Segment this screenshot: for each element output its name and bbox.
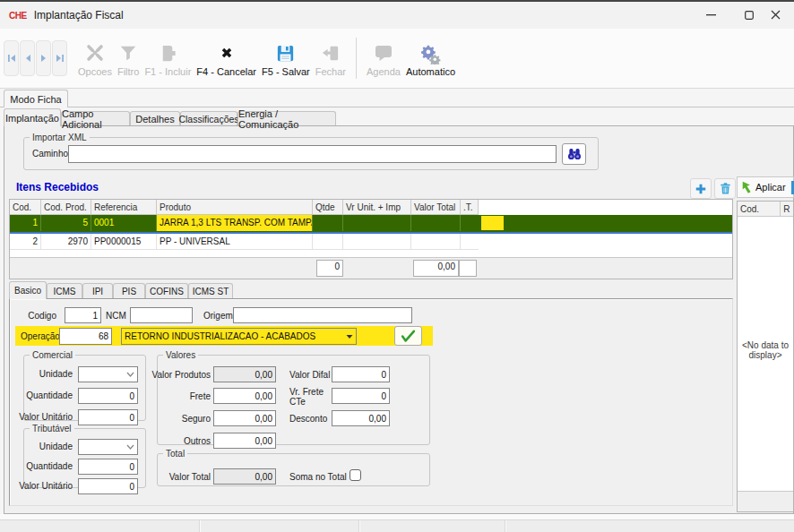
soma-no-total-checkbox[interactable]: [350, 469, 361, 481]
toolbar-button-automatico[interactable]: Automatico: [406, 33, 455, 83]
tab-energia-comunicacao[interactable]: Energia / Comunicação: [237, 111, 336, 125]
quantidade-tributavel-input[interactable]: [78, 459, 138, 475]
row-highlight-marker: [481, 216, 504, 230]
tab-icms-st[interactable]: ICMS ST: [188, 283, 233, 298]
tab-campo-adicional[interactable]: Campo Adicional: [61, 111, 130, 125]
col-header-cod[interactable]: Cod.: [738, 202, 781, 217]
cell-qtde: [313, 234, 343, 250]
cell-qtde: [313, 215, 343, 231]
footer-valor-total: 0,00: [413, 260, 459, 277]
quantidade-label: Quantidade: [17, 390, 73, 400]
confirm-operacao-button[interactable]: [394, 326, 422, 346]
cell-valor-total: [411, 234, 461, 250]
grid-header-row: Cod. R: [738, 202, 793, 217]
quantidade-input[interactable]: [78, 388, 138, 404]
unidade-select[interactable]: [78, 366, 138, 382]
nav-next-icon: [39, 54, 48, 63]
col-header-cod[interactable]: Cod.: [10, 200, 41, 215]
cell-vr-unit: [343, 215, 411, 231]
valor-unitario-label: Valor Unitário: [13, 412, 73, 422]
unidade-label: Unidade: [17, 369, 73, 379]
tab-pis[interactable]: PIS: [113, 283, 145, 298]
col-header-valor-total[interactable]: Valor Total: [411, 200, 461, 215]
desconto-input[interactable]: [332, 410, 390, 426]
nav-previous-icon: [23, 54, 32, 63]
nav-next-button[interactable]: [36, 40, 51, 76]
valor-unitario-tributavel-input[interactable]: [78, 478, 138, 494]
cell-vr-unit: [343, 234, 411, 250]
col-header-cod-prod[interactable]: Cod. Prod.: [41, 200, 91, 215]
tab-classificacoes[interactable]: Classificações: [180, 111, 237, 125]
add-item-button[interactable]: [690, 178, 712, 199]
tributavel-group: Tributável Unidade Quantidade Valor Unit…: [23, 424, 146, 488]
origem-input[interactable]: [233, 307, 412, 323]
trash-icon: [719, 182, 732, 195]
valor-difal-label: Valor Difal: [289, 370, 330, 380]
vr-frete-cte-input[interactable]: [332, 388, 390, 404]
unidade-label: Unidade: [17, 442, 73, 451]
tab-cofins[interactable]: COFINS: [145, 283, 188, 298]
tab-icms[interactable]: ICMS: [47, 283, 82, 298]
table-row-selected[interactable]: 1 5 0001 JARRA 1,3 LTS TRANSP. COM TAMPA…: [10, 215, 732, 234]
col-header-produto[interactable]: Produto: [157, 200, 313, 215]
valor-produtos-input: [213, 366, 276, 382]
close-button[interactable]: [757, 2, 794, 28]
record-navigator: [4, 40, 68, 76]
frete-input[interactable]: [213, 388, 276, 404]
nav-last-icon: [56, 54, 65, 63]
col-header-t[interactable]: .T.: [461, 200, 479, 215]
tab-implantacao[interactable]: Implantação: [4, 108, 61, 126]
nav-first-button[interactable]: [4, 40, 19, 76]
caminho-input[interactable]: [68, 145, 557, 163]
ncm-label: NCM: [106, 311, 126, 321]
browse-xml-button[interactable]: [562, 143, 586, 165]
chevron-down-icon: [346, 334, 353, 339]
quantidade-label: Quantidade: [17, 461, 73, 471]
col-header-vr-unit-imp[interactable]: Vr Unit. + Imp: [343, 200, 411, 215]
comercial-group: Comercial Unidade Quantidade Valor Unitá…: [23, 350, 146, 421]
col-header-referencia[interactable]: R: [781, 202, 793, 217]
include-icon: [158, 43, 178, 64]
status-divider: [358, 520, 360, 532]
nav-first-icon: [7, 54, 16, 63]
operacao-select[interactable]: RETORNO INDUSTRIALIZACAO - ACABADOS: [121, 328, 357, 345]
tab-basico[interactable]: Basico: [9, 281, 47, 299]
seguro-label: Seguro: [142, 414, 211, 424]
status-divider: [199, 520, 201, 532]
toolbar-button-f1-incluir: F1 - Incluir: [144, 33, 191, 83]
operacao-code-input[interactable]: [59, 328, 112, 345]
toolbar-button-f4-cancelar[interactable]: F4 - Cancelar: [196, 33, 256, 83]
cell-cod: 1: [10, 215, 41, 231]
plus-icon: [695, 183, 707, 195]
status-bar: [0, 519, 794, 532]
tab-detalhes[interactable]: Detalhes: [130, 111, 180, 125]
grid-footer: 0 0,00: [10, 257, 732, 279]
nav-previous-button[interactable]: [20, 40, 35, 76]
valor-difal-input[interactable]: [332, 366, 390, 382]
aplicar-button[interactable]: Aplicar: [737, 176, 794, 198]
app-logo-icon: CHE: [9, 11, 27, 21]
col-header-referencia[interactable]: Referencia: [91, 200, 157, 215]
caminho-label: Caminho: [32, 149, 68, 159]
valores-group: Valores Valor Produtos Frete Seguro Outr…: [157, 350, 430, 445]
outros-input[interactable]: [213, 433, 276, 449]
col-header-qtde[interactable]: Qtde: [313, 200, 343, 215]
table-row[interactable]: 2 2970 PP0000015 PP - UNIVERSAL: [10, 234, 732, 250]
chevron-down-icon: [126, 444, 134, 450]
cell-referencia: PP0000015: [91, 234, 157, 250]
nav-last-button[interactable]: [52, 40, 67, 76]
total-group: Total Valor Total Soma no Total: [157, 449, 430, 486]
codigo-input[interactable]: [65, 307, 101, 323]
unidade-tributavel-select[interactable]: [78, 439, 138, 455]
ncm-input[interactable]: [130, 307, 193, 323]
valor-unitario-label: Valor Unitário: [13, 481, 73, 491]
outros-label: Outros: [142, 436, 211, 446]
toolbar-button-f5-salvar[interactable]: F5 - Salvar: [262, 33, 310, 83]
cell-referencia: 0001: [91, 215, 157, 231]
seguro-input[interactable]: [213, 410, 276, 426]
minimize-button[interactable]: [692, 2, 729, 28]
tab-ipi[interactable]: IPI: [82, 283, 113, 298]
delete-item-button[interactable]: [714, 178, 736, 199]
grid-footer: [738, 491, 793, 511]
tab-modo-ficha[interactable]: Modo Ficha: [4, 90, 68, 107]
